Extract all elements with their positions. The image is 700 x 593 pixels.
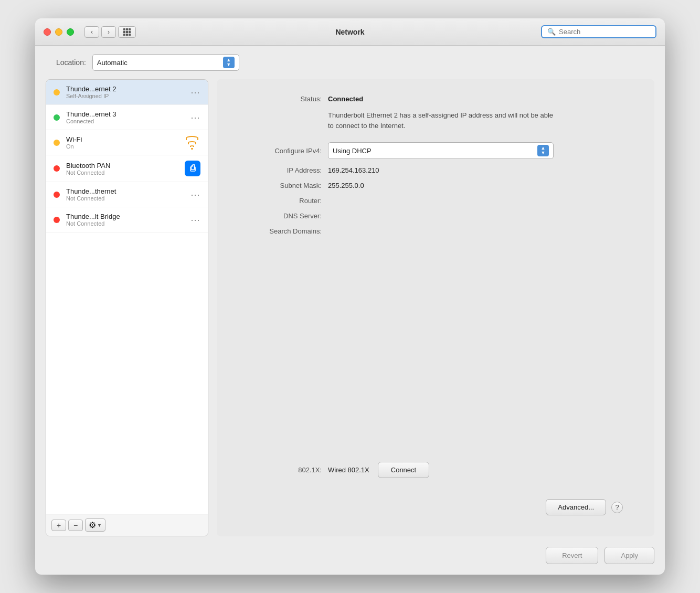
sidebar: Thunde...ernet 2 Self-Assigned IP ⋯ Thun… [46, 79, 208, 536]
main-content: Thunde...ernet 2 Self-Assigned IP ⋯ Thun… [35, 79, 665, 542]
router-label: Router: [238, 197, 322, 205]
status-dot-yellow [54, 140, 60, 146]
status-dot-yellow [54, 89, 60, 96]
close-button[interactable] [44, 28, 51, 36]
sidebar-item-bluetooth-pan[interactable]: Bluetooth PAN Not Connected ⎙ [46, 155, 208, 182]
window-title: Network [335, 28, 364, 36]
network-preferences-window: ‹ › Network 🔍 Location: Automatic ▲ ▼ [35, 18, 665, 575]
sidebar-item-thunderbolt3[interactable]: Thunde...ernet 3 Connected ⋯ [46, 105, 208, 130]
search-icon: 🔍 [547, 28, 556, 36]
network-name: Thunde...ernet 3 [66, 110, 190, 118]
status-label: Status: [238, 95, 322, 103]
subnet-row: Subnet Mask: 255.255.0.0 [238, 182, 633, 189]
bluetooth-icon: ⎙ [185, 161, 200, 176]
location-label: Location: [56, 58, 86, 67]
network-status: Not Connected [66, 220, 190, 227]
network-status: Not Connected [66, 195, 190, 202]
search-domains-row: Search Domains: [238, 227, 633, 235]
search-domains-label: Search Domains: [238, 227, 322, 235]
location-arrows-icon: ▲ ▼ [223, 57, 235, 68]
router-row: Router: [238, 197, 633, 205]
configure-row: Configure IPv4: Using DHCP ▲ ▼ [238, 142, 633, 159]
dots-icon: ⋯ [190, 112, 200, 123]
configure-ipv4-select[interactable]: Using DHCP ▲ ▼ [328, 142, 554, 159]
titlebar: ‹ › Network 🔍 [35, 18, 665, 46]
ip-label: IP Address: [238, 166, 322, 174]
status-dot-red [54, 217, 60, 223]
remove-network-button[interactable]: − [68, 520, 83, 531]
network-name: Bluetooth PAN [66, 162, 185, 170]
bottom-toolbar: Advanced... ? [238, 494, 633, 521]
forward-button[interactable]: › [101, 26, 116, 38]
minimize-button[interactable] [55, 28, 62, 36]
dots-icon: ⋯ [190, 87, 200, 98]
network-info: Thunde...thernet Not Connected [66, 187, 190, 202]
location-bar: Location: Automatic ▲ ▼ [35, 46, 665, 79]
network-status: Not Connected [66, 170, 185, 176]
network-info: Thunde...ernet 2 Self-Assigned IP [66, 85, 190, 99]
status-dot-red [54, 165, 60, 172]
configure-value: Using DHCP [333, 147, 372, 155]
dns-label: DNS Server: [238, 212, 322, 220]
network-info: Thunde...lt Bridge Not Connected [66, 213, 190, 227]
revert-button[interactable]: Revert [546, 547, 598, 564]
network-name: Wi-Fi [66, 135, 184, 143]
dns-row: DNS Server: [238, 212, 633, 220]
dot1x-label: 802.1X: [238, 466, 322, 474]
network-info: Thunde...ernet 3 Connected [66, 110, 190, 124]
status-dot-green [54, 114, 60, 121]
right-panel: Status: Connected Thunderbolt Ethernet 2… [217, 79, 654, 536]
dots-icon: ⋯ [190, 189, 200, 200]
network-info: Wi-Fi On [66, 135, 184, 150]
status-description: Thunderbolt Ethernet 2 has a self-assign… [328, 110, 554, 131]
wifi-icon [184, 136, 200, 150]
location-select[interactable]: Automatic ▲ ▼ [92, 54, 239, 71]
subnet-label: Subnet Mask: [238, 182, 322, 189]
sidebar-item-thunderbolt2[interactable]: Thunde...ernet 2 Self-Assigned IP ⋯ [46, 80, 208, 105]
network-status: Self-Assigned IP [66, 93, 190, 99]
ip-value: 169.254.163.210 [328, 166, 379, 174]
dot1x-row: 802.1X: Wired 802.1X Connect [238, 462, 633, 478]
gear-chevron-icon: ▼ [97, 523, 102, 528]
status-row: Status: Connected [238, 95, 633, 103]
gear-menu-button[interactable]: ⚙ ▼ [85, 518, 105, 532]
gear-icon: ⚙ [89, 520, 96, 530]
apply-button[interactable]: Apply [604, 547, 654, 564]
back-button[interactable]: ‹ [84, 26, 99, 38]
advanced-button[interactable]: Advanced... [546, 499, 606, 515]
search-box[interactable]: 🔍 [541, 25, 656, 38]
subnet-value: 255.255.0.0 [328, 182, 364, 189]
configure-label: Configure IPv4: [238, 147, 322, 155]
help-button[interactable]: ? [611, 502, 623, 513]
maximize-button[interactable] [67, 28, 74, 36]
dot1x-value: Wired 802.1X [328, 466, 369, 474]
network-list: Thunde...ernet 2 Self-Assigned IP ⋯ Thun… [46, 80, 208, 514]
footer-buttons: Revert Apply [35, 542, 665, 575]
add-network-button[interactable]: + [51, 520, 66, 531]
location-value: Automatic [97, 59, 128, 67]
nav-buttons: ‹ › [84, 26, 116, 38]
sidebar-item-wifi[interactable]: Wi-Fi On [46, 130, 208, 155]
connect-button[interactable]: Connect [378, 462, 429, 478]
network-name: Thunde...ernet 2 [66, 85, 190, 93]
ip-row: IP Address: 169.254.163.210 [238, 166, 633, 174]
search-input[interactable] [559, 28, 650, 36]
status-value: Connected [328, 95, 363, 103]
sidebar-item-thunderbolt-ethernet[interactable]: Thunde...thernet Not Connected ⋯ [46, 182, 208, 207]
traffic-lights [44, 28, 74, 36]
network-info: Bluetooth PAN Not Connected [66, 162, 185, 176]
status-dot-red [54, 192, 60, 198]
description-row: Thunderbolt Ethernet 2 has a self-assign… [238, 110, 633, 131]
grid-icon [123, 28, 131, 36]
network-name: Thunde...thernet [66, 187, 190, 195]
sidebar-toolbar: + − ⚙ ▼ [46, 514, 208, 536]
dots-icon: ⋯ [190, 214, 200, 226]
network-name: Thunde...lt Bridge [66, 213, 190, 220]
configure-arrows-icon: ▲ ▼ [537, 145, 549, 156]
network-status: Connected [66, 118, 190, 124]
network-status: On [66, 143, 184, 150]
grid-view-button[interactable] [118, 26, 136, 38]
sidebar-item-thunderbolt-bridge[interactable]: Thunde...lt Bridge Not Connected ⋯ [46, 207, 208, 232]
